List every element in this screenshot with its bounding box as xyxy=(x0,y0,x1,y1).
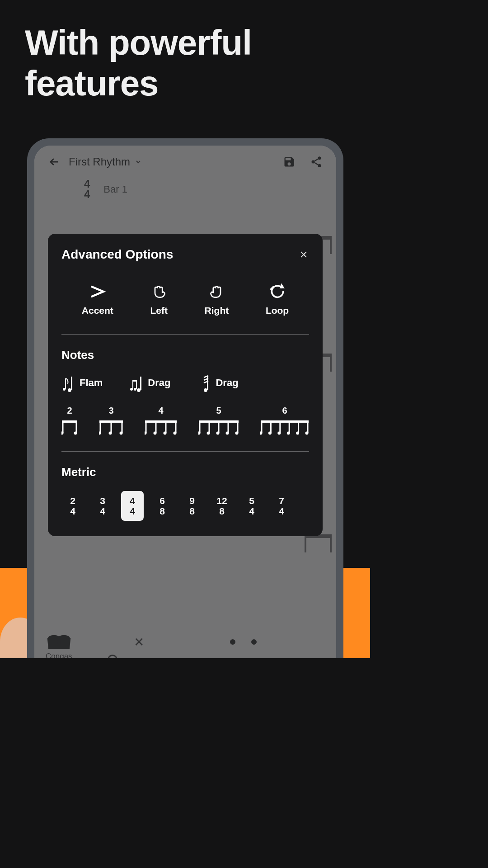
option-label: Loop xyxy=(266,305,289,316)
drag2-note[interactable]: Drag xyxy=(197,374,238,392)
drag2-icon xyxy=(197,374,209,392)
tuplet-icon xyxy=(260,418,309,436)
option-label: Left xyxy=(150,305,168,316)
note-dot-icon xyxy=(251,639,257,645)
metric-3-4[interactable]: 34 xyxy=(91,491,114,521)
metric-2-4[interactable]: 24 xyxy=(61,491,84,521)
metric-bottom: 4 xyxy=(240,506,263,516)
tuplet-5[interactable]: 5 xyxy=(198,406,239,436)
bottom-notation: ✕ xyxy=(102,631,332,653)
modal-title: Advanced Options xyxy=(61,247,173,262)
metric-4-4[interactable]: 44 xyxy=(121,491,144,521)
drag-note[interactable]: Drag xyxy=(130,374,170,392)
tuplet-3[interactable]: 3 xyxy=(99,406,123,436)
svg-point-2 xyxy=(318,164,321,167)
tuplet-number: 6 xyxy=(260,406,309,416)
note-dot-icon xyxy=(230,639,235,645)
advanced-options-modal: Advanced Options Accent Left Right xyxy=(48,234,323,536)
metric-bottom: 4 xyxy=(270,506,293,516)
svg-rect-21 xyxy=(76,420,77,433)
note-x-icon: ✕ xyxy=(134,635,144,650)
svg-rect-8 xyxy=(71,377,72,390)
track-name: Congas xyxy=(46,652,72,658)
metric-top: 5 xyxy=(240,495,263,506)
tuplet-number: 2 xyxy=(61,406,78,416)
app-header: First Rhythm xyxy=(34,146,336,168)
svg-point-16 xyxy=(204,388,207,392)
track-label: Congas xyxy=(46,633,72,658)
svg-rect-51 xyxy=(261,420,263,433)
flam-icon xyxy=(61,374,73,392)
accent-option[interactable]: Accent xyxy=(82,283,113,316)
svg-rect-28 xyxy=(122,420,123,433)
metric-bottom: 4 xyxy=(91,506,114,516)
metric-top: 9 xyxy=(181,495,203,506)
metric-row: 24344468981285474 xyxy=(61,491,309,521)
svg-rect-6 xyxy=(65,378,66,389)
left-option[interactable]: Left xyxy=(150,283,168,316)
svg-rect-40 xyxy=(199,420,201,433)
metric-9-8[interactable]: 98 xyxy=(181,491,203,521)
metric-7-4[interactable]: 74 xyxy=(270,491,293,521)
svg-rect-55 xyxy=(279,420,281,433)
share-icon[interactable] xyxy=(310,156,323,168)
loop-icon xyxy=(269,283,286,300)
tuplet-row: 2 3 4 5 6 xyxy=(61,406,309,436)
notes-section-title: Notes xyxy=(61,348,309,362)
tuplet-icon xyxy=(99,418,123,436)
flam-note[interactable]: Flam xyxy=(61,374,103,392)
metric-section-title: Metric xyxy=(61,465,309,479)
svg-point-14 xyxy=(137,388,141,392)
svg-rect-15 xyxy=(140,377,141,390)
svg-rect-50 xyxy=(261,420,309,423)
svg-point-22 xyxy=(74,432,77,435)
metric-bottom: 8 xyxy=(181,506,203,516)
metric-12-8[interactable]: 128 xyxy=(211,491,233,521)
svg-rect-18 xyxy=(62,420,77,423)
svg-point-36 xyxy=(164,432,167,435)
option-row: Accent Left Right Loop xyxy=(61,283,309,316)
divider xyxy=(61,451,309,452)
tuplet-icon xyxy=(198,418,239,436)
back-arrow-icon[interactable] xyxy=(48,156,61,168)
metric-top: 4 xyxy=(121,495,144,506)
note-type-label: Drag xyxy=(148,377,170,389)
svg-point-43 xyxy=(207,432,210,435)
tuplet-2[interactable]: 2 xyxy=(61,406,78,436)
close-icon[interactable] xyxy=(298,249,309,260)
metric-5-4[interactable]: 54 xyxy=(240,491,263,521)
metric-bottom: 8 xyxy=(211,506,233,516)
metric-top: 2 xyxy=(61,495,84,506)
svg-rect-26 xyxy=(111,420,112,433)
tuplet-icon xyxy=(61,418,78,436)
svg-rect-17 xyxy=(207,376,208,390)
marketing-headline: With powerful features xyxy=(25,23,370,104)
metric-bottom: 4 xyxy=(121,506,144,516)
svg-rect-37 xyxy=(175,420,177,433)
note-type-label: Flam xyxy=(80,377,103,389)
svg-rect-42 xyxy=(209,420,210,433)
tuplet-number: 3 xyxy=(99,406,123,416)
phone-frame: First Rhythm 4 4 Bar 1 Congas ✕ xyxy=(27,138,343,658)
tuplet-number: 4 xyxy=(145,406,177,416)
title-dropdown[interactable]: First Rhythm xyxy=(69,156,268,168)
loop-option[interactable]: Loop xyxy=(266,283,289,316)
svg-rect-33 xyxy=(155,420,157,433)
right-option[interactable]: Right xyxy=(205,283,229,316)
save-icon[interactable] xyxy=(283,156,296,168)
svg-point-49 xyxy=(235,432,239,435)
svg-point-54 xyxy=(268,432,272,435)
svg-point-29 xyxy=(120,432,123,435)
svg-point-34 xyxy=(154,432,157,435)
bar-label: Bar 1 xyxy=(103,184,127,195)
drag-icon xyxy=(130,374,141,392)
svg-point-58 xyxy=(287,432,290,435)
tuplet-4[interactable]: 4 xyxy=(145,406,177,436)
tuplet-6[interactable]: 6 xyxy=(260,406,309,436)
svg-rect-59 xyxy=(298,420,299,433)
meta-row: 4 4 Bar 1 xyxy=(34,168,336,200)
time-signature[interactable]: 4 4 xyxy=(84,179,90,200)
accent-icon xyxy=(89,283,106,300)
metric-6-8[interactable]: 68 xyxy=(151,491,174,521)
svg-rect-61 xyxy=(307,420,309,433)
